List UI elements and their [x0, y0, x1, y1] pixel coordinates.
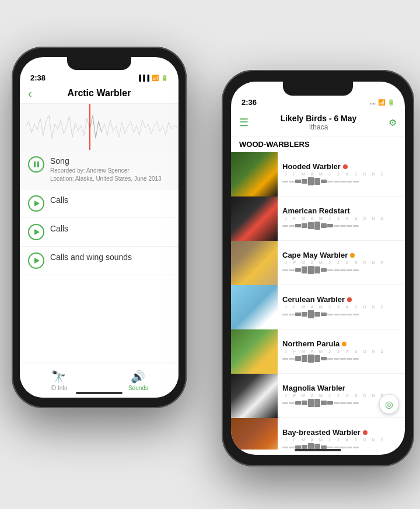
month-letter: A — [309, 394, 316, 398]
back-button[interactable]: ‹ — [28, 87, 32, 100]
month-letter: F — [291, 172, 298, 176]
wing-sounds-track[interactable]: Calls and wing sounds — [20, 247, 178, 275]
location-fab[interactable]: ◎ — [379, 394, 399, 414]
month-letter: O — [361, 172, 368, 176]
right-battery-icon: 🔋 — [387, 99, 394, 106]
bird-name-row: Hooded Warbler — [282, 162, 400, 171]
list-item[interactable]: Northern ParulaJFMAMJJASOND — [231, 329, 405, 374]
month-letter: J — [335, 172, 342, 176]
pause-button[interactable] — [28, 156, 44, 173]
list-item[interactable]: Hooded WarblerJFMAMJJASOND — [231, 152, 405, 196]
play-button-3[interactable] — [28, 252, 44, 269]
month-letter: J — [335, 438, 342, 442]
freq-bar — [346, 225, 352, 227]
freq-bar — [282, 402, 288, 404]
month-letter: J — [335, 394, 342, 398]
month-letter: J — [326, 349, 333, 353]
month-letter: A — [309, 438, 316, 442]
freq-bar — [353, 181, 359, 182]
month-letter: J — [335, 349, 342, 353]
freq-bar — [314, 266, 320, 273]
month-letter: S — [352, 172, 359, 176]
freq-bar — [289, 181, 295, 182]
bird-info: Northern ParulaJFMAMJJASOND — [278, 336, 405, 367]
play-button-1[interactable] — [28, 195, 44, 212]
month-letter: N — [370, 216, 377, 220]
tab-id-info[interactable]: 🔭 ID Info — [50, 370, 67, 391]
freq-bar — [327, 224, 333, 227]
left-status-icons: ▐▐▐ 📶 🔋 — [137, 75, 168, 81]
wing-sounds-info: Calls and wing sounds — [50, 252, 170, 263]
right-time: 2:36 — [242, 98, 257, 107]
calls-1-label: Calls — [50, 195, 170, 205]
month-letter: A — [344, 349, 351, 353]
freq-bar — [346, 269, 352, 271]
sounds-icon: 🔊 — [131, 370, 145, 384]
tab-sounds[interactable]: 🔊 Sounds — [128, 370, 148, 391]
list-item[interactable]: Cerulean WarblerJFMAMJJASOND — [231, 285, 405, 329]
month-letter: M — [317, 438, 324, 442]
freq-bar — [289, 314, 295, 315]
calls-track-2[interactable]: Calls — [20, 218, 178, 247]
month-letter: A — [344, 305, 351, 309]
waveform-area[interactable] — [20, 104, 178, 150]
list-item[interactable]: Bay-breasted WarblerJFMAMJJASOND — [231, 418, 405, 450]
bird-photo — [231, 196, 278, 241]
month-letters: JFMAMJJASOND — [282, 349, 400, 353]
freq-bar — [314, 178, 320, 184]
month-letter: S — [352, 349, 359, 353]
month-letter: N — [370, 305, 377, 309]
bird-name: Hooded Warbler — [282, 162, 341, 171]
month-letter: A — [309, 261, 316, 265]
frequency-bars — [282, 354, 400, 363]
month-letter: J — [326, 216, 333, 220]
bird-photo — [231, 241, 278, 285]
freq-bar — [295, 313, 301, 316]
month-letter: D — [379, 261, 386, 265]
hamburger-icon[interactable]: ☰ — [239, 117, 249, 128]
month-letter: J — [335, 216, 342, 220]
song-track[interactable]: Song Recorded by: Andrew Spencer Locatio… — [20, 150, 178, 189]
month-letter: F — [291, 305, 298, 309]
freq-bar — [334, 314, 340, 315]
month-letter: J — [282, 261, 289, 265]
play-button-2[interactable] — [28, 224, 44, 240]
freq-bar — [314, 355, 320, 361]
right-main-title: Likely Birds - 6 May — [281, 114, 357, 123]
freq-bar — [327, 181, 333, 182]
month-letter: J — [282, 438, 289, 442]
freq-bar — [282, 181, 288, 182]
freq-bar — [282, 314, 288, 315]
freq-bar — [340, 225, 346, 227]
freq-bar — [314, 312, 320, 317]
bird-name-row: Cape May Warbler — [282, 251, 400, 259]
freq-bar — [340, 181, 346, 182]
month-letter: N — [370, 261, 377, 265]
tab-id-info-label: ID Info — [50, 385, 67, 391]
freq-bar — [334, 181, 340, 182]
month-letter: A — [309, 216, 316, 220]
calls-2-label: Calls — [50, 224, 170, 233]
play-icon-3 — [34, 258, 40, 264]
freq-bar — [308, 177, 314, 185]
freq-bar — [302, 223, 307, 228]
list-item[interactable]: Magnolia WarblerJFMAMJJASOND — [231, 374, 405, 418]
right-notch — [283, 82, 353, 96]
bird-name: Northern Parula — [282, 339, 340, 348]
freq-bar — [289, 447, 295, 448]
tab-sounds-label: Sounds — [128, 385, 148, 391]
freq-bar — [346, 402, 352, 404]
month-letter: J — [282, 172, 289, 176]
status-dot — [342, 342, 346, 346]
filter-icon[interactable]: ⚙ — [388, 117, 397, 128]
freq-bar — [321, 268, 327, 272]
month-letter: M — [300, 216, 307, 220]
list-item[interactable]: Cape May WarblerJFMAMJJASOND — [231, 241, 405, 285]
month-letter: S — [352, 438, 359, 442]
home-indicator-left — [76, 392, 123, 394]
month-letter: J — [282, 349, 289, 353]
calls-track-1[interactable]: Calls — [20, 189, 178, 218]
freq-bar — [302, 312, 307, 317]
list-item[interactable]: American RedstartJFMAMJJASOND — [231, 196, 405, 241]
bird-info: Hooded WarblerJFMAMJJASOND — [278, 159, 405, 189]
